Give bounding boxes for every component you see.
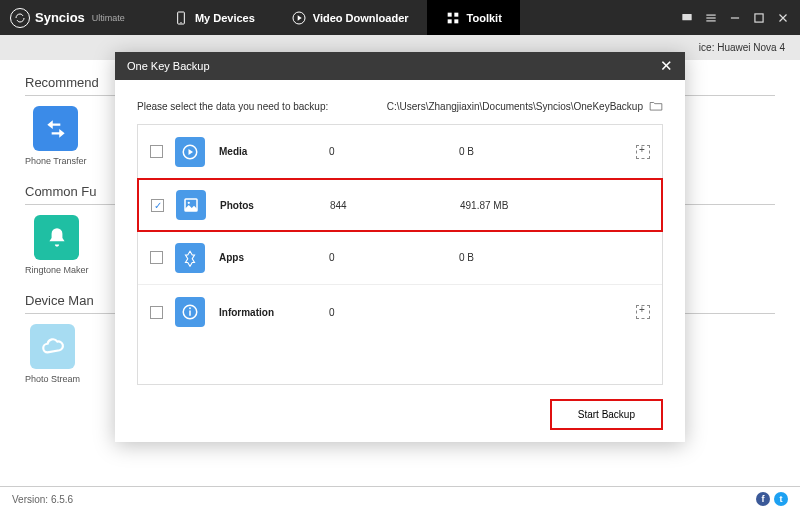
item-label: Photo Stream	[25, 374, 80, 384]
svg-rect-8	[706, 14, 715, 15]
social-links: f t	[756, 492, 788, 506]
svg-rect-7	[682, 13, 691, 19]
modal-close-icon[interactable]: ✕	[660, 57, 673, 75]
titlebar: Syncios Ultimate My Devices Video Downlo…	[0, 0, 800, 35]
item-phone-transfer[interactable]: Phone Transfer	[25, 106, 87, 166]
photos-icon	[176, 190, 206, 220]
app-edition: Ultimate	[92, 13, 125, 23]
media-icon	[175, 137, 205, 167]
tab-label: Video Downloader	[313, 12, 409, 24]
tab-label: Toolkit	[467, 12, 502, 24]
apps-icon	[175, 243, 205, 273]
syncios-logo-icon	[10, 8, 30, 28]
row-size: 0 B	[459, 252, 650, 263]
tab-label: My Devices	[195, 12, 255, 24]
checkbox-apps[interactable]	[150, 251, 163, 264]
row-count: 844	[330, 200, 460, 211]
start-backup-button[interactable]: Start Backup	[550, 399, 663, 430]
close-icon[interactable]	[776, 11, 790, 25]
row-count: 0	[329, 252, 459, 263]
folder-icon	[649, 100, 663, 112]
menu-icon[interactable]	[704, 11, 718, 25]
svg-point-18	[189, 307, 191, 309]
tab-my-devices[interactable]: My Devices	[155, 0, 273, 35]
modal-prompt: Please select the data you need to backu…	[137, 101, 328, 112]
item-photo-stream[interactable]: Photo Stream	[25, 324, 80, 384]
info-icon	[175, 297, 205, 327]
row-size: 0 B	[459, 146, 636, 157]
window-controls	[680, 11, 790, 25]
minimize-icon[interactable]	[728, 11, 742, 25]
one-key-backup-modal: One Key Backup ✕ Please select the data …	[115, 52, 685, 442]
row-photos[interactable]: Photos 844 491.87 MB	[137, 178, 663, 232]
row-size: 491.87 MB	[460, 200, 649, 211]
modal-title: One Key Backup	[127, 60, 210, 72]
svg-rect-3	[447, 12, 451, 16]
svg-rect-17	[189, 311, 191, 316]
row-name: Information	[219, 307, 329, 318]
row-count: 0	[329, 307, 459, 318]
nav-tabs: My Devices Video Downloader Toolkit	[155, 0, 520, 35]
row-name: Apps	[219, 252, 329, 263]
svg-rect-9	[706, 17, 715, 18]
item-ringtone-maker[interactable]: Ringtone Maker	[25, 215, 89, 275]
checkbox-media[interactable]	[150, 145, 163, 158]
backup-data-list: Media 0 0 B Photos 844 491.87 MB Apps 0 …	[137, 124, 663, 385]
svg-rect-10	[706, 20, 715, 21]
cloud-icon	[30, 324, 75, 369]
start-backup-label: Start Backup	[578, 409, 635, 420]
svg-point-15	[188, 202, 190, 204]
svg-rect-11	[731, 17, 739, 18]
twitter-icon[interactable]: t	[774, 492, 788, 506]
tab-toolkit[interactable]: Toolkit	[427, 0, 520, 35]
svg-rect-6	[454, 19, 458, 23]
app-logo: Syncios Ultimate	[10, 8, 125, 28]
item-label: Ringtone Maker	[25, 265, 89, 275]
backup-path-text: C:\Users\Zhangjiaxin\Documents\Syncios\O…	[387, 101, 643, 112]
expand-icon[interactable]	[636, 305, 650, 319]
expand-icon[interactable]	[636, 145, 650, 159]
svg-point-1	[180, 22, 181, 23]
item-label: Phone Transfer	[25, 156, 87, 166]
row-name: Media	[219, 146, 329, 157]
maximize-icon[interactable]	[752, 11, 766, 25]
modal-header: One Key Backup ✕	[115, 52, 685, 80]
row-media[interactable]: Media 0 0 B	[138, 125, 662, 179]
app-name: Syncios	[35, 10, 85, 25]
backup-path[interactable]: C:\Users\Zhangjiaxin\Documents\Syncios\O…	[387, 100, 663, 112]
checkbox-information[interactable]	[150, 306, 163, 319]
device-label: ice: Huawei Nova 4	[699, 42, 785, 53]
row-apps[interactable]: Apps 0 0 B	[138, 231, 662, 285]
svg-rect-12	[755, 13, 763, 21]
facebook-icon[interactable]: f	[756, 492, 770, 506]
tab-video-downloader[interactable]: Video Downloader	[273, 0, 427, 35]
version-label: Version: 6.5.6	[12, 494, 73, 505]
bell-icon	[34, 215, 79, 260]
row-information[interactable]: Information 0	[138, 285, 662, 339]
row-count: 0	[329, 146, 459, 157]
chat-icon[interactable]	[680, 11, 694, 25]
checkbox-photos[interactable]	[151, 199, 164, 212]
status-bar: Version: 6.5.6 f t	[0, 486, 800, 511]
svg-rect-5	[447, 19, 451, 23]
svg-rect-4	[454, 12, 458, 16]
transfer-icon	[33, 106, 78, 151]
row-name: Photos	[220, 200, 330, 211]
